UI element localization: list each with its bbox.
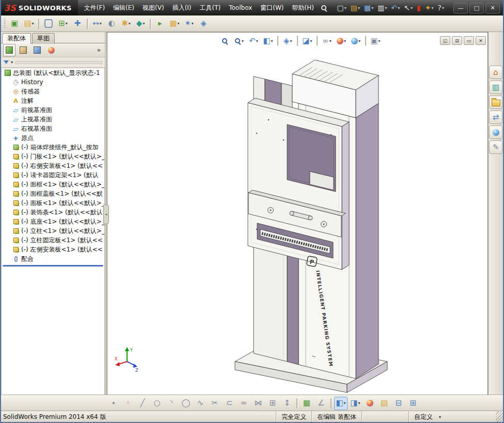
tree-item-component[interactable]: (-) 左侧安装板<1> (默认<< xyxy=(2,245,104,254)
point-tool-button[interactable]: ◦ ▾ xyxy=(121,397,135,410)
display-mode-button[interactable]: ◨ ▾ xyxy=(349,397,362,410)
tree-item-component[interactable]: (-) 底座<1> (默认<<默认>_ xyxy=(2,217,104,226)
menu-item[interactable]: 视图(V) xyxy=(138,0,168,15)
save-button[interactable]: ▦ ▾ xyxy=(362,2,375,14)
menu-item[interactable]: 工具(T) xyxy=(196,0,225,15)
tree-item-component[interactable]: (-) 面板<1> (默认<<默认>_ xyxy=(2,198,104,208)
arc-tool-button[interactable]: ◝ ▾ xyxy=(165,397,178,410)
panel-tab[interactable]: 草图 xyxy=(32,33,55,44)
maximize-button[interactable]: □ xyxy=(469,3,484,13)
tree-item-sensors[interactable]: 传感器 xyxy=(2,87,104,96)
move-component-button[interactable]: ↔ ▾ xyxy=(90,17,104,30)
tree-item-annotations[interactable]: 注解 xyxy=(2,96,104,105)
tree-item-component[interactable]: (-) 右侧安装板<1> (默认<< xyxy=(2,161,104,170)
select-button[interactable]: ↖ ▾ xyxy=(402,2,415,14)
resources-button[interactable]: ⌂ xyxy=(489,66,502,79)
reference-geometry-button[interactable]: ◆ ▾ xyxy=(134,17,147,30)
tree-item-component[interactable]: (-) 面框盖板<1> (默认<<默 xyxy=(2,189,104,198)
previous-view-button[interactable]: ↶ ▾ xyxy=(247,34,260,48)
tree-item-component[interactable]: (-) 读卡器固定架<1> (默认 xyxy=(2,170,104,180)
view-orientation-button[interactable]: ◈ ▾ xyxy=(281,34,294,48)
featuremanager-tab[interactable] xyxy=(3,44,15,56)
grid-button[interactable]: ▦ ▾ xyxy=(300,397,313,410)
instant3d-button[interactable]: ◈ ▾ xyxy=(197,17,210,30)
minimize-button[interactable]: — xyxy=(453,3,468,13)
help-button[interactable]: ? ▾ xyxy=(436,2,446,14)
pane-button[interactable]: ⊞ ▾ xyxy=(406,397,420,410)
line-tool-button[interactable]: ╱ ▾ xyxy=(136,397,149,410)
edit-component-button[interactable]: ▣ ▾ xyxy=(8,17,21,30)
section-view-button[interactable]: ◧ ▾ xyxy=(261,34,275,48)
appearances-button[interactable] xyxy=(489,126,502,139)
panel-tab[interactable]: 装配体 xyxy=(2,33,31,44)
mirror-entities-button[interactable]: ⋈ ▾ xyxy=(251,397,265,410)
bom-button[interactable]: ▦ ▾ xyxy=(168,17,181,30)
tree-item-top-plane[interactable]: 上视基准面 xyxy=(2,115,104,124)
new-document-button[interactable]: ▢ ▾ xyxy=(335,2,349,14)
view-palette-button[interactable]: ⇄ xyxy=(489,111,502,124)
menu-item[interactable]: 插入(I) xyxy=(168,0,196,15)
display-style-button[interactable]: ◪ ▾ xyxy=(301,34,314,48)
rx-status-icon[interactable]: ▮ ▾ xyxy=(415,2,423,14)
smart-fasteners-button[interactable]: ✚ ▾ xyxy=(71,17,84,30)
file-explorer-button[interactable] xyxy=(489,96,502,109)
filter-input[interactable] xyxy=(15,61,102,64)
sketch-select-button[interactable]: ∙ ▾ xyxy=(107,397,120,410)
print-button[interactable]: ▥ ▾ xyxy=(375,2,389,14)
panel-overflow-button[interactable]: » xyxy=(95,46,103,54)
filter-funnel-icon[interactable] xyxy=(4,60,9,64)
tree-item-component[interactable]: (-) 门板<1> (默认<<默认>_ xyxy=(2,152,104,161)
undo-button[interactable]: ↶ ▾ xyxy=(389,2,402,14)
mate-button[interactable]: ▾ xyxy=(42,17,55,30)
appearance-button[interactable]: ▾ xyxy=(363,397,376,410)
tree-item-right-plane[interactable]: 右视基准面 xyxy=(2,124,104,133)
search-icon[interactable] xyxy=(318,2,330,14)
model-front-frame[interactable] xyxy=(248,98,349,270)
tree-root-item[interactable]: 总装图 (默认<默认_显示状态-1 xyxy=(2,68,104,77)
close-button[interactable]: ✕ xyxy=(485,3,500,13)
spline-tool-button[interactable]: ∿ ▾ xyxy=(194,397,207,410)
viewport-split-button[interactable]: ⊟ xyxy=(452,36,462,45)
tree-item-front-plane[interactable]: 前视基准面 xyxy=(2,105,104,115)
split-view-button[interactable]: ⊟ ▾ xyxy=(392,397,405,410)
tree-item-component[interactable]: (-) 立柱固定板<1> (默认<< xyxy=(2,236,104,245)
zoom-area-button[interactable]: ▾ xyxy=(232,34,246,48)
tree-item-component[interactable]: (-) 立柱<1> (默认<<默认>_ xyxy=(2,226,104,236)
trim-tool-button[interactable]: ✂ ▾ xyxy=(208,397,222,410)
viewport-close-button[interactable]: ✕ xyxy=(476,36,486,45)
menu-item[interactable]: 窗口(W) xyxy=(256,0,288,15)
ellipse-tool-button[interactable]: ◯ ▾ xyxy=(179,397,193,410)
angle-button[interactable]: ∠ ▾ xyxy=(314,397,328,410)
menu-item[interactable]: 编辑(E) xyxy=(109,0,138,15)
configurationmanager-tab[interactable] xyxy=(31,44,43,56)
component-pattern-button[interactable]: ⊞ ▾ xyxy=(56,17,70,30)
circle-tool-button[interactable]: ○ ▾ xyxy=(150,397,164,410)
view-cube-button[interactable]: ◧ ▾ xyxy=(334,397,348,410)
tree-item-component[interactable]: (-) 箱体焊接组件_默认_按加 xyxy=(2,143,104,152)
zoom-fit-button[interactable]: ▾ xyxy=(218,34,231,48)
menu-item[interactable]: 文件(F) xyxy=(80,0,109,15)
viewport-restore-button[interactable]: ▭ xyxy=(464,36,474,45)
tree-item-component[interactable]: (-) 装饰条<1> (默认<<默认 xyxy=(2,208,104,217)
show-hidden-button[interactable]: ◐ ▾ xyxy=(105,17,118,30)
viewport-previous-button[interactable]: ◱ xyxy=(440,36,450,45)
view-settings-button[interactable]: ▣ ▾ xyxy=(369,34,382,48)
assembly-features-button[interactable]: ✱ ▾ xyxy=(119,17,133,30)
displaymanager-tab[interactable] xyxy=(45,44,57,56)
design-library-button[interactable]: ▥ xyxy=(489,81,502,94)
filter-dropdown-icon[interactable]: ▾ xyxy=(11,60,13,65)
panel-collapse-handle[interactable]: ◂ xyxy=(103,205,109,224)
convert-entities-button[interactable]: ⊂ ▾ xyxy=(223,397,236,410)
tree-item-component[interactable]: (-) 面框<1> (默认<<默认>_ xyxy=(2,180,104,189)
edit-appearance-button[interactable]: ▾ xyxy=(335,34,348,48)
tree-item-history[interactable]: History xyxy=(2,77,104,87)
rollback-bar[interactable] xyxy=(3,265,103,267)
options-button[interactable]: ✦ ▾ xyxy=(423,2,436,14)
drawing-button[interactable]: ▤ ▾ xyxy=(377,397,391,410)
tree-item-origin[interactable]: 原点 xyxy=(2,133,104,143)
open-button[interactable]: ▤ ▾ xyxy=(349,2,362,14)
sketch-pattern-button[interactable]: ⊞ ▾ xyxy=(266,397,279,410)
smart-dimension-button[interactable]: ↕ ▾ xyxy=(280,397,294,410)
model-3d[interactable]: P INTELLIGENT PARKING SYSTEM xyxy=(107,32,488,395)
menu-item[interactable]: 帮助(H) xyxy=(288,0,318,15)
